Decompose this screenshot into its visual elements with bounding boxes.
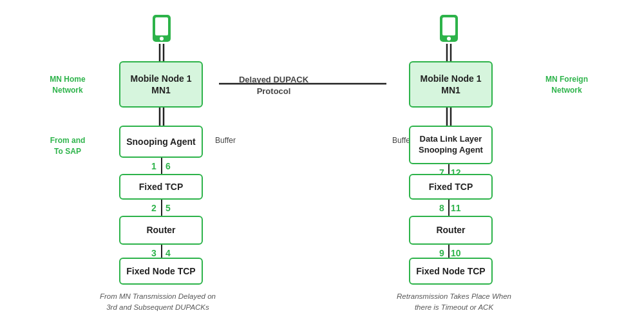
buffer-left-label: Buffer: [206, 135, 245, 146]
router-right: Router: [409, 216, 493, 245]
svg-point-20: [447, 37, 451, 41]
from-to-sap-label: From andTo SAP: [39, 135, 97, 157]
num10-right: 10: [451, 248, 461, 258]
num1-left: 1: [151, 161, 156, 171]
mobile-node-left: Mobile Node 1MN1: [119, 61, 203, 108]
snooping-agent-right: Data Link LayerSnooping Agent: [409, 126, 493, 164]
mobile-node-right: Mobile Node 1MN1: [409, 61, 493, 108]
svg-rect-19: [442, 17, 455, 35]
fixed-node-tcp-left: Fixed Node TCP: [119, 258, 203, 285]
mn-foreign-network-label: MN ForeignNetwork: [535, 74, 599, 96]
num6-left: 6: [166, 161, 171, 171]
num4-left: 4: [166, 248, 171, 258]
num5-left: 5: [166, 203, 171, 213]
svg-point-17: [160, 37, 164, 41]
snooping-agent-left: Snooping Agent: [119, 126, 203, 158]
num2-left: 2: [151, 203, 156, 213]
num8-right: 8: [439, 203, 444, 213]
num3-left: 3: [151, 248, 156, 258]
svg-rect-16: [155, 17, 168, 35]
fixed-tcp-right: Fixed TCP: [409, 174, 493, 200]
diagram: MN HomeNetwork From andTo SAP Mobile Nod…: [0, 0, 644, 322]
num11-right: 11: [451, 203, 461, 213]
mn-home-network-label: MN HomeNetwork: [39, 74, 97, 96]
router-left: Router: [119, 216, 203, 245]
delayed-dupack-label: Delayed DUPACKProtocol: [232, 74, 316, 97]
fixed-tcp-left: Fixed TCP: [119, 174, 203, 200]
connector-lines: [0, 0, 644, 322]
num9-right: 9: [439, 248, 444, 258]
phone-icon-right: [432, 13, 466, 44]
caption-left: From MN Transmission Delayed on3rd and S…: [84, 291, 232, 314]
fixed-node-tcp-right: Fixed Node TCP: [409, 258, 493, 285]
phone-icon-left: [145, 13, 178, 44]
caption-right: Retransmission Takes Place Whenthere is …: [374, 291, 535, 314]
